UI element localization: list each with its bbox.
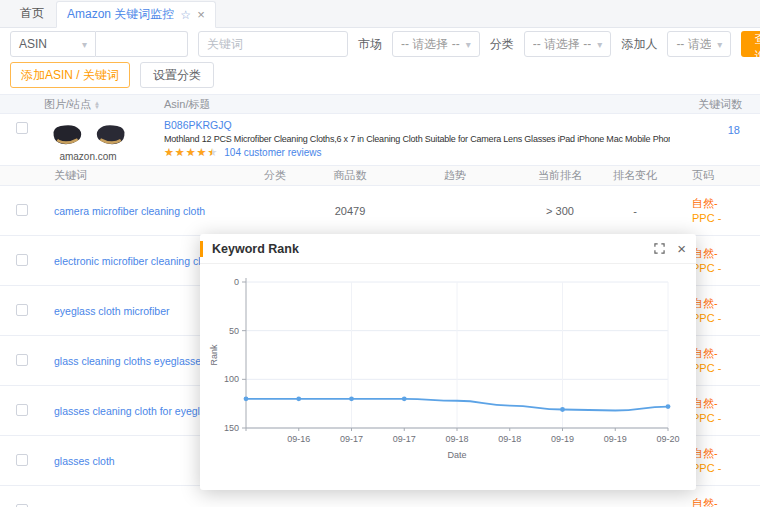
header-current-rank: 当前排名: [510, 168, 610, 183]
svg-text:09-18: 09-18: [445, 434, 468, 444]
page-natural-link[interactable]: 自然-: [692, 196, 760, 211]
adder-select[interactable]: -- 请选... ▾: [667, 31, 731, 57]
asin-type-select[interactable]: ASIN ▾: [10, 31, 96, 57]
asin-filter-group: ASIN ▾: [10, 31, 188, 57]
rank-cell: > 300: [510, 205, 610, 217]
page-cell: 自然- PPC -: [660, 496, 760, 507]
row-checkbox[interactable]: [16, 304, 28, 316]
keyword-count-link[interactable]: 18: [670, 118, 760, 165]
products-cell: 20479: [300, 205, 400, 217]
svg-text:09-19: 09-19: [604, 434, 627, 444]
asin-link[interactable]: B086PKRGJQ: [164, 119, 232, 131]
header-category: 分类: [250, 168, 300, 183]
add-asin-keyword-button[interactable]: 添加ASIN / 关键词: [10, 62, 130, 88]
page-cell: 自然- PPC -: [660, 196, 760, 226]
page-ppc-link[interactable]: PPC -: [692, 461, 760, 476]
market-value: -- 请选择 --: [401, 36, 460, 53]
category-value: -- 请选择 --: [533, 36, 592, 53]
star-rating-icon: ★★★★★★★★★★: [164, 146, 218, 158]
modal-header: Keyword Rank ×: [200, 234, 696, 264]
market-select[interactable]: -- 请选择 -- ▾: [392, 31, 480, 57]
product-table-header: 图片/站点▲▼ Asin/标题 关键词数: [0, 94, 760, 114]
header-keyword: 关键词: [44, 168, 250, 183]
product-image[interactable]: [90, 118, 132, 150]
change-cell: -: [610, 205, 660, 217]
svg-text:09-19: 09-19: [551, 434, 574, 444]
product-site: amazon.com: [44, 151, 132, 162]
sort-desc-icon: ▼: [94, 105, 100, 109]
set-category-button[interactable]: 设置分类: [140, 62, 214, 88]
stars-filled: ★★★★★: [164, 146, 212, 158]
row-checkbox[interactable]: [16, 454, 28, 466]
svg-text:09-17: 09-17: [393, 434, 416, 444]
modal-title: Keyword Rank: [212, 242, 299, 256]
page-natural-link[interactable]: 自然-: [692, 446, 760, 461]
keyword-table-header: 关键词 分类 商品数 趋势 当前排名 排名变化 页码: [0, 166, 760, 186]
asin-type-value: ASIN: [19, 37, 47, 51]
svg-text:09-16: 09-16: [287, 434, 310, 444]
svg-text:Date: Date: [447, 450, 466, 460]
sort-icon[interactable]: ▲▼: [94, 101, 100, 109]
header-rank-change: 排名变化: [610, 168, 660, 183]
svg-text:09-18: 09-18: [498, 434, 521, 444]
fullscreen-icon[interactable]: [654, 243, 665, 254]
filter-bar: ASIN ▾ 市场 -- 请选择 -- ▾ 分类 -- 请选择 -- ▾ 添加人…: [0, 28, 760, 60]
svg-text:150: 150: [224, 423, 239, 433]
reviews-link[interactable]: 104 customer reviews: [224, 147, 321, 158]
page-natural-link[interactable]: 自然-: [692, 346, 760, 361]
product-site-cell: amazon.com: [44, 118, 164, 165]
page-natural-link[interactable]: 自然-: [692, 296, 760, 311]
keyword-rank-modal: Keyword Rank × 05010015009-1609-1709-170…: [200, 234, 696, 490]
header-trend: 趋势: [400, 168, 510, 183]
action-bar: 添加ASIN / 关键词 设置分类: [0, 60, 760, 94]
search-button[interactable]: 查 询: [741, 31, 760, 57]
product-row: amazon.com B086PKRGJQ Mothland 12 PCS Mi…: [0, 114, 760, 166]
asin-input[interactable]: [96, 31, 188, 57]
chevron-down-icon: ▾: [76, 39, 87, 50]
header-page: 页码: [660, 168, 760, 183]
tab-home[interactable]: 首页: [8, 0, 56, 27]
adder-label: 添加人: [621, 36, 657, 53]
page-ppc-link[interactable]: PPC -: [692, 311, 760, 326]
page-ppc-link[interactable]: PPC -: [692, 361, 760, 376]
page-ppc-link[interactable]: PPC -: [692, 411, 760, 426]
svg-text:09-20: 09-20: [656, 434, 679, 444]
category-select[interactable]: -- 请选择 -- ▾: [524, 31, 612, 57]
adder-value: -- 请选...: [676, 36, 711, 53]
market-label: 市场: [358, 36, 382, 53]
favorite-star-icon[interactable]: ☆: [180, 8, 191, 22]
category-label: 分类: [490, 36, 514, 53]
page-natural-link[interactable]: 自然-: [692, 496, 760, 507]
row-checkbox[interactable]: [16, 504, 28, 507]
svg-text:09-17: 09-17: [340, 434, 363, 444]
product-checkbox[interactable]: [16, 122, 28, 134]
chevron-down-icon: ▾: [591, 39, 602, 50]
tab-label: Amazon 关键词监控: [67, 6, 174, 23]
page-ppc-link[interactable]: PPC -: [692, 261, 760, 276]
keyword-link[interactable]: camera microfiber cleaning cloth: [44, 205, 250, 217]
modal-accent-bar: [200, 241, 203, 257]
svg-text:Rank: Rank: [209, 344, 219, 366]
page-ppc-link[interactable]: PPC -: [692, 211, 760, 226]
header-products: 商品数: [300, 168, 400, 183]
product-info-cell: B086PKRGJQ Mothland 12 PCS Microfiber Cl…: [164, 118, 670, 165]
svg-text:100: 100: [224, 374, 239, 384]
row-checkbox[interactable]: [16, 404, 28, 416]
header-site-label: 图片/站点: [44, 98, 91, 110]
tab-amazon-keyword-monitor[interactable]: Amazon 关键词监控 ☆ ×: [56, 1, 216, 28]
page-natural-link[interactable]: 自然-: [692, 246, 760, 261]
page: { "icons": { "chevron_down": "▾", "star_…: [0, 0, 760, 507]
close-icon[interactable]: ×: [677, 241, 686, 256]
header-site[interactable]: 图片/站点▲▼: [44, 97, 164, 112]
svg-text:0: 0: [234, 277, 239, 287]
row-checkbox[interactable]: [16, 254, 28, 266]
page-natural-link[interactable]: 自然-: [692, 396, 760, 411]
row-checkbox[interactable]: [16, 354, 28, 366]
tab-close-icon[interactable]: ×: [197, 7, 205, 22]
chart-container: 05010015009-1609-1709-1709-1809-1809-190…: [200, 264, 696, 483]
chevron-down-icon: ▾: [711, 39, 722, 50]
product-title: Mothland 12 PCS Microfiber Cleaning Clot…: [164, 134, 670, 144]
row-checkbox[interactable]: [16, 204, 28, 216]
keyword-input[interactable]: [198, 31, 348, 57]
product-image[interactable]: [46, 118, 88, 150]
